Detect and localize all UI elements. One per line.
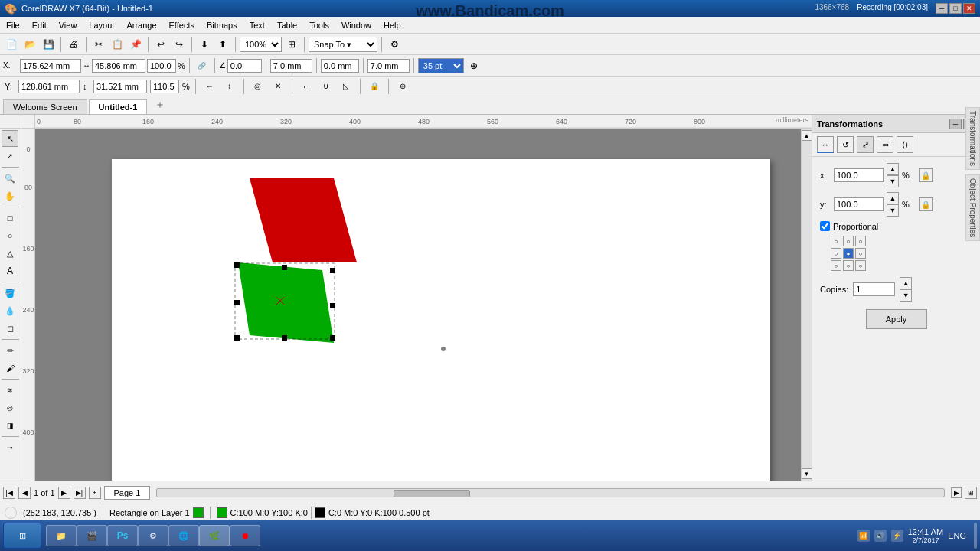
tab-add-button[interactable]: ＋ [149,96,172,114]
h-scroll-track[interactable] [156,488,945,497]
trans-y-down[interactable]: ▼ [887,204,899,217]
scallop-corner-toggle[interactable]: ∪ [318,78,335,95]
vertical-scrollbar[interactable]: ▲ ▼ [801,129,812,481]
taskbar-coreldraw[interactable]: 🌿 [199,525,230,546]
fill-tool[interactable]: 🪣 [2,285,18,302]
artistic-media[interactable]: 🖌 [2,360,18,377]
anchor-bl[interactable]: ○ [831,260,841,271]
menu-file[interactable]: File [0,19,26,31]
network-icon[interactable]: 📶 [858,530,870,542]
corner2-input[interactable] [368,59,410,73]
corner-input[interactable] [321,59,359,73]
trans-position-icon[interactable]: ↔ [817,136,834,153]
taskbar-photoshop[interactable]: Ps [107,525,138,546]
page1-tab[interactable]: Page 1 [104,486,151,500]
trans-y-lock[interactable]: 🔒 [919,197,933,211]
x-input[interactable] [20,59,81,73]
bezier-tool[interactable]: ✏ [2,342,18,359]
polygon-tool[interactable]: △ [2,245,18,262]
apply-button[interactable]: Apply [866,309,927,329]
copies-up[interactable]: ▲ [900,277,912,289]
zoom-to-fit[interactable]: ⊞ [283,36,300,53]
eraser-tool[interactable]: ◻ [2,320,18,337]
relative-corners[interactable]: 🔒 [366,78,383,95]
h-mm-input[interactable] [270,59,312,73]
start-button[interactable]: ⊞ [3,523,41,549]
menu-window[interactable]: Window [335,19,377,31]
ellipse-tool[interactable]: ○ [2,227,18,244]
close-button[interactable]: ✕ [963,3,975,14]
volume-icon[interactable]: 🔊 [874,530,887,542]
anchor-tc[interactable]: ○ [843,236,854,246]
blend-tool[interactable]: ≋ [2,382,18,399]
taskbar-settings[interactable]: ⚙ [138,525,168,546]
undo-button[interactable]: ↩ [152,36,169,53]
trans-skew-icon[interactable]: ⟨⟩ [897,136,913,153]
import-button[interactable]: ⬇ [196,36,213,53]
more-opts-btn[interactable]: ⊕ [466,57,482,74]
anchor-ml[interactable]: ○ [831,248,841,259]
save-button[interactable]: 💾 [40,36,57,53]
w-percent-input[interactable] [147,59,176,73]
mirror-h-btn[interactable]: ↔ [201,78,218,95]
clock[interactable]: 12:41 AM 2/7/2017 [908,527,943,544]
freehand-tool[interactable]: ↗ [2,148,18,165]
taskbar-media[interactable]: 🎬 [77,525,107,546]
snap-combo[interactable]: Snap To ▾ [309,37,377,52]
proportional-checkbox[interactable] [820,221,830,231]
options-button[interactable]: ⚙ [386,36,403,53]
extra-btn[interactable]: ⊕ [394,78,411,95]
export-button[interactable]: ⬆ [214,36,231,53]
trans-x-up[interactable]: ▲ [887,163,899,175]
maximize-button[interactable]: □ [949,3,962,14]
next-page-btn[interactable]: ▶ [58,487,70,499]
menu-layout[interactable]: Layout [83,19,120,31]
h-percent-input[interactable] [150,80,179,93]
copies-input[interactable] [853,282,895,296]
eyedropper-tool[interactable]: 💧 [2,302,18,319]
canvas-area[interactable] [35,129,801,481]
object-properties-tab-label[interactable]: Object Properties [965,174,980,241]
menu-arrange[interactable]: Arrange [120,19,162,31]
taskbar-file-explorer[interactable]: 📁 [46,525,77,546]
y-input[interactable] [18,80,80,93]
anchor-mr[interactable]: ○ [855,248,866,259]
mirror-v-btn[interactable]: ↕ [221,78,238,95]
chamfer-corner-toggle[interactable]: ◺ [338,78,354,95]
anchor-mc[interactable]: ● [843,248,854,259]
last-page-btn[interactable]: ▶| [74,487,86,499]
transformations-tab-label[interactable]: Transformations [965,115,980,170]
minimize-button[interactable]: ─ [936,3,948,14]
anchor-br[interactable]: ○ [855,260,866,271]
menu-help[interactable]: Help [377,19,407,31]
trans-x-down[interactable]: ▼ [887,175,899,187]
tab-untitled1[interactable]: Untitled-1 [89,99,148,114]
trans-minimize-btn[interactable]: ─ [949,119,962,129]
contour-tool[interactable]: ◎ [2,399,18,416]
trans-x-lock[interactable]: 🔒 [919,168,933,182]
text-tool[interactable]: A [2,262,18,279]
zoom-fit-btn[interactable]: ⊞ [965,487,977,499]
connector-tool[interactable]: ⊸ [2,439,18,456]
trans-y-input[interactable] [834,197,884,211]
show-desktop-btn[interactable] [974,523,977,549]
menu-view[interactable]: View [53,19,83,31]
pan-tool[interactable]: ✋ [2,187,18,204]
anchor-bc[interactable]: ○ [843,260,854,271]
scroll-up-button[interactable]: ▲ [802,130,812,141]
transform-options[interactable]: ◎ [250,78,266,95]
redo-button[interactable]: ↪ [171,36,188,53]
trans-x-input[interactable] [834,168,884,182]
zoom-tool[interactable]: 🔍 [2,170,18,187]
add-page-btn[interactable]: + [89,487,101,499]
menu-edit[interactable]: Edit [26,19,53,31]
shadow-tool[interactable]: ◨ [2,417,18,434]
trans-scale-icon[interactable]: ⤢ [857,136,874,153]
clear-transform[interactable]: ✕ [270,78,286,95]
w-input[interactable] [92,59,145,73]
trans-mirror-icon[interactable]: ⇔ [877,136,893,153]
print-button[interactable]: 🖨 [65,36,82,53]
prev-page-btn[interactable]: ◀ [18,487,31,499]
menu-text[interactable]: Text [243,19,271,31]
h-input[interactable] [93,80,147,93]
